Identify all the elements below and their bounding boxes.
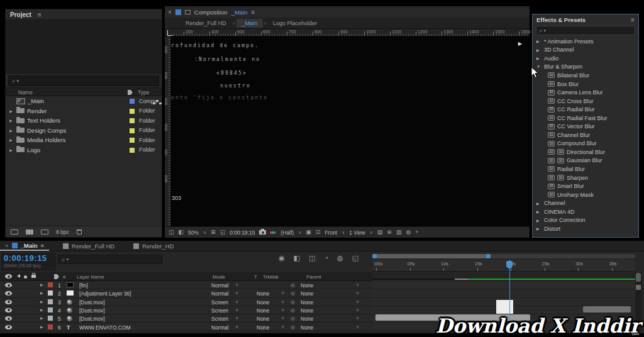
effects-search-input[interactable]: ⌕▾ [536,26,635,35]
chevron-down-icon[interactable]: ∨ [356,307,359,312]
chevron-down-icon[interactable]: ∨ [281,290,284,296]
chevron-down-icon[interactable]: ∨ [356,316,359,321]
label-swatch[interactable] [130,148,135,153]
effect-item-row[interactable]: 32Camera Lens Blur [533,88,638,97]
effect-item-row[interactable]: 32Compound Blur [533,140,638,148]
layer-name[interactable]: [fin] [79,282,88,289]
close-icon[interactable]: × [168,9,172,16]
pixel-aspect-icon[interactable]: ▤ [377,229,383,235]
chevron-down-icon[interactable]: ∨ [356,290,359,296]
composition-tab-comp-name[interactable]: _Main [231,9,248,16]
project-item[interactable]: ▶Media HoldersFolder [6,135,162,145]
effects-panel-header[interactable]: Effects & Presets ≡ [533,14,638,25]
mask-visibility-icon[interactable]: ▣ [306,229,311,235]
parent-dropdown[interactable]: None [301,316,313,322]
work-area-start-handle[interactable] [372,254,377,258]
layer-row[interactable]: ▶2[Adjustment Layer 36]Normal∨None∨◎None… [0,289,372,297]
layer-label-swatch[interactable] [48,316,53,321]
pickwhip-icon[interactable]: ◎ [291,324,295,330]
effect-item-row[interactable]: 3232Sharpen [533,174,638,182]
parent-dropdown[interactable]: None [301,290,313,297]
chevron-down-icon[interactable]: ∨ [356,299,359,304]
time-ruler[interactable]: :00s05s10s15s20s25s30s35s [372,260,635,272]
effect-item-row[interactable]: 3232Directional Blur [533,148,638,157]
mode-dropdown[interactable]: Normal [211,290,228,297]
project-item[interactable]: ▶RenderFolder [6,106,162,116]
project-column-headers[interactable]: Name Type [6,87,162,96]
chevron-down-icon[interactable]: ∨ [356,282,359,287]
flowchart-button-icon[interactable]: ◍ [406,229,411,235]
parent-dropdown[interactable]: None [301,324,313,331]
caret-right-icon[interactable]: ▶ [536,209,541,214]
snapshot-icon[interactable] [259,230,266,235]
view-layout-dropdown[interactable]: 1 View [349,229,365,236]
composition-viewer[interactable]: 300400500600700800 rofundidad de campo.:… [165,36,530,226]
visibility-toggle[interactable] [5,308,12,312]
mode-dropdown[interactable]: Screen [211,299,228,306]
work-area-end-handle[interactable] [486,254,491,258]
transparency-grid-icon[interactable]: ⊡ [316,229,321,235]
effect-item-row[interactable]: 32Box Blur [533,80,638,89]
effects-category-row[interactable]: ▶Color Correction [533,216,638,224]
effect-item-row[interactable]: 32Radial Blur [533,165,638,174]
new-composition-icon[interactable] [41,229,48,235]
layer-label-swatch[interactable] [48,290,53,296]
reset-exposure-icon[interactable]: + [415,229,418,235]
pickwhip-icon[interactable]: ◎ [291,307,295,313]
caret-right-icon[interactable]: ▶ [8,118,14,123]
layer-name[interactable]: [Dust.mov] [79,299,105,306]
chevron-down-icon[interactable]: ∨ [281,316,284,321]
primary-viewer-icon[interactable]: ◧ [179,229,184,235]
audio-icon[interactable] [15,274,20,278]
trkmat-dropdown[interactable]: None [257,307,269,314]
playhead-handle[interactable] [506,261,513,268]
mode-dropdown[interactable]: Normal [211,282,228,289]
column-type[interactable]: Type [138,89,149,96]
chevron-down-icon[interactable]: ∨ [298,230,301,235]
eye-icon[interactable] [5,274,12,279]
visibility-toggle[interactable] [5,283,12,287]
effect-item-row[interactable]: 32CC Cross Blur [533,97,638,106]
chevron-down-icon[interactable]: ∨ [281,299,284,304]
lock-icon[interactable] [31,275,36,278]
panel-menu-icon[interactable]: ≡ [38,11,42,18]
panel-menu-icon[interactable]: ≡ [252,9,255,16]
label-swatch[interactable] [130,118,135,123]
work-area-bar[interactable] [372,254,635,258]
pickwhip-icon[interactable]: ◎ [291,299,295,305]
trkmat-dropdown[interactable]: None [257,290,269,297]
fast-previews-icon[interactable]: ⊕ [387,229,392,235]
chevron-down-icon[interactable]: ∨ [235,282,238,287]
effects-category-row[interactable]: ▶3D Channel [533,46,638,55]
timeline-timecode[interactable]: 0:00:19:15 [4,253,53,263]
trkmat-dropdown[interactable]: None [257,316,269,322]
effect-item-row[interactable]: 32CC Vector Blur [533,122,638,131]
frame-blending-icon[interactable]: ◫ [309,254,315,262]
caret-right-icon[interactable]: ▶ [536,48,541,52]
comp-marker-bin-icon[interactable] [636,285,641,290]
column-number[interactable]: # [63,274,65,280]
viewer-timecode[interactable]: 0:00:19:15 [230,229,255,236]
region-of-interest-icon[interactable]: ◱ [220,229,226,235]
channel-icon[interactable] [270,231,276,234]
chevron-down-icon[interactable]: ∨ [235,316,238,321]
effect-item-row[interactable]: 32CC Radial Blur [533,105,638,114]
caret-right-icon[interactable]: ▶ [536,218,541,223]
effect-item-row[interactable]: 32Bilateral Blur [533,71,638,80]
solo-icon[interactable] [24,275,27,279]
project-bit-depth[interactable]: 8 bpc [56,229,69,235]
chevron-down-icon[interactable]: ∨ [235,307,238,312]
label-swatch[interactable] [130,128,135,133]
label-swatch[interactable] [130,138,135,143]
chevron-down-icon[interactable]: ∨ [281,307,284,312]
viewer-tab[interactable]: Logo Placeholder [267,19,323,28]
chevron-down-icon[interactable]: ∨ [203,230,206,235]
timeline-tab[interactable]: Render_HD [128,241,179,251]
layer-label-swatch[interactable] [48,299,53,304]
layer-label-swatch[interactable] [48,324,53,329]
timeline-tab[interactable]: Render_Full HD [58,241,119,251]
parent-dropdown[interactable]: None [301,307,313,314]
column-trkmat[interactable]: TrkMat [263,274,279,280]
column-name[interactable]: Name [18,89,33,96]
caret-right-icon[interactable]: ▶ [536,226,541,231]
